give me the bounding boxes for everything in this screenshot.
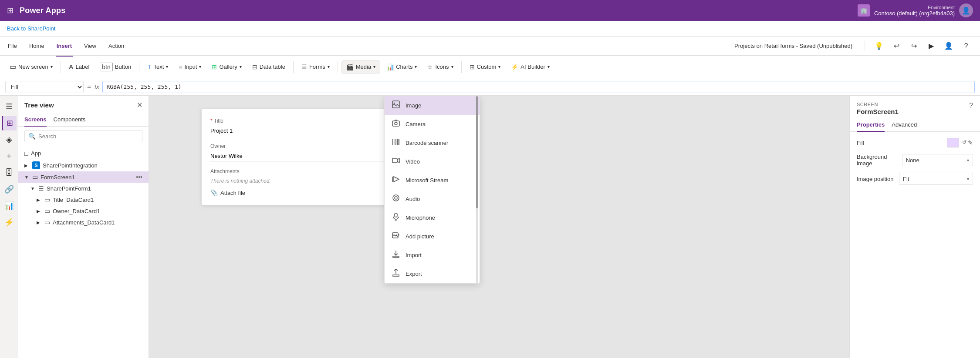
tb-new-screen[interactable]: ▭ New screen ▾ <box>5 60 57 74</box>
tree-item-app[interactable]: □ App <box>18 147 149 159</box>
rp-help-icon[interactable]: ? <box>969 102 973 110</box>
td-label: Title_DataCard1 <box>53 197 94 203</box>
background-image-row: Background image None ▾ <box>857 154 973 167</box>
left-icon-variables[interactable]: 📊 <box>2 198 17 213</box>
svg-point-3 <box>395 122 397 125</box>
top-bar: ⊞ Power Apps 🏢 Environment Contoso (defa… <box>0 0 980 21</box>
rp-content: Fill ✎ Background image None ▾ Image pos… <box>850 132 980 191</box>
tab-components[interactable]: Components <box>54 113 86 126</box>
audio-icon <box>392 194 400 204</box>
image-position-selector[interactable]: Fit ▾ <box>899 173 973 185</box>
coach-icon[interactable]: 💡 <box>872 39 886 53</box>
tree-tabs: Screens Components <box>18 113 149 127</box>
dd-item-microphone[interactable]: Microphone <box>385 208 480 227</box>
formscreen-more-button[interactable]: ••• <box>136 174 142 181</box>
dd-item-import[interactable]: Import <box>385 246 480 264</box>
property-selector[interactable]: Fill <box>5 81 84 93</box>
fill-color-swatch[interactable] <box>947 138 959 147</box>
dd-item-camera[interactable]: Camera <box>385 115 480 134</box>
tb-text[interactable]: T Text ▾ <box>143 60 172 73</box>
left-icon-flows[interactable]: ⚡ <box>2 215 17 230</box>
tree-panel: Tree view ✕ Screens Components 🔍 □ App ▶… <box>18 96 149 358</box>
image-position-label: Image position <box>857 176 894 182</box>
tb-icons[interactable]: ☆ Icons ▾ <box>423 61 457 73</box>
tree-item-sharepointform1[interactable]: ▼ ☰ SharePointForm1 <box>18 183 149 194</box>
grid-icon[interactable]: ⊞ <box>7 6 14 15</box>
tb-media[interactable]: 🎬 Media ▾ <box>341 60 380 74</box>
tb-ai-builder[interactable]: ⚡ AI Builder ▾ <box>507 61 554 73</box>
tb-button[interactable]: btn Button <box>95 60 135 74</box>
left-icon-plus[interactable]: + <box>2 149 17 164</box>
menu-file[interactable]: File <box>7 41 18 51</box>
search-icon: 🔍 <box>28 133 36 140</box>
tree-item-formscreen1[interactable]: ▼ ▭ FormScreen1 ••• <box>18 171 149 183</box>
menu-view[interactable]: View <box>83 41 97 51</box>
tree-close-button[interactable]: ✕ <box>137 101 142 109</box>
tb-forms[interactable]: ☰ Forms ▾ <box>297 61 334 73</box>
tb-charts[interactable]: 📊 Charts ▾ <box>382 61 421 73</box>
search-input[interactable] <box>38 133 139 140</box>
tree-item-title-datacard[interactable]: ▶ ▭ Title_DataCard1 <box>18 194 149 205</box>
formula-input[interactable] <box>102 81 975 93</box>
text-caret: ▾ <box>166 64 168 69</box>
fill-edit-icon[interactable]: ✎ <box>968 139 973 146</box>
svg-rect-7 <box>396 139 396 145</box>
svg-rect-4 <box>392 139 393 145</box>
dd-item-barcode[interactable]: Barcode scanner <box>385 134 480 152</box>
tree-item-sharepoint-integration[interactable]: ▶ S SharePointIntegration <box>18 159 149 171</box>
background-image-selector[interactable]: None ▾ <box>902 154 973 166</box>
breadcrumb-link[interactable]: Back to SharePoint <box>7 25 55 32</box>
dd-item-ms-stream[interactable]: Microsoft Stream <box>385 171 480 190</box>
menu-action[interactable]: Action <box>108 41 125 51</box>
left-icon-layers[interactable]: ☰ <box>2 99 17 114</box>
redo-icon[interactable]: ↪ <box>907 39 921 53</box>
tree-item-owner-datacard[interactable]: ▶ ▭ Owner_DataCard1 <box>18 205 149 217</box>
tb-input[interactable]: ≡ Input ▾ <box>174 61 206 73</box>
image-icon <box>392 100 400 110</box>
help-icon[interactable]: ? <box>959 39 973 53</box>
dd-item-image[interactable]: Image <box>385 96 480 115</box>
ad-label: Attachments_DataCard1 <box>53 219 115 226</box>
tb-label[interactable]: A Label <box>64 60 94 73</box>
custom-caret: ▾ <box>498 64 500 69</box>
tb-gallery-icon: ⊞ <box>212 64 217 70</box>
undo-icon[interactable]: ↩ <box>889 39 903 53</box>
svg-marker-12 <box>394 177 399 182</box>
media-dropdown[interactable]: Image Camera <box>384 96 480 284</box>
icons-caret: ▾ <box>451 64 453 69</box>
svg-rect-8 <box>397 139 398 145</box>
left-icon-components[interactable]: ◈ <box>2 132 17 147</box>
dd-item-add-picture[interactable]: Add picture <box>385 227 480 246</box>
tb-datatable[interactable]: ⊟ Data table <box>248 61 290 73</box>
left-icon-tree[interactable]: ⊞ <box>2 116 17 130</box>
tb-custom[interactable]: ⊞ Custom ▾ <box>465 61 505 73</box>
user-icon[interactable]: 👤 <box>942 39 956 53</box>
fs-label: FormScreen1 <box>41 174 75 181</box>
scrollbar-track <box>476 96 478 283</box>
tb-ai-builder-label: AI Builder <box>520 64 545 70</box>
user-avatar[interactable]: 👤 <box>959 3 973 17</box>
left-icon-data[interactable]: 🗄 <box>2 165 17 180</box>
tb-new-screen-label: New screen <box>18 64 48 70</box>
tree-item-attachments-datacard[interactable]: ▶ ▭ Attachments_DataCard1 <box>18 217 149 228</box>
app-title: Power Apps <box>20 6 858 15</box>
dd-item-video[interactable]: Video <box>385 152 480 171</box>
tb-gallery[interactable]: ⊞ Gallery ▾ <box>207 61 246 73</box>
tb-text-label: Text <box>154 64 164 70</box>
rp-tabs: Properties Advanced <box>850 118 980 132</box>
tb-sep-4 <box>338 61 338 73</box>
microphone-icon <box>392 213 400 223</box>
env-icon: 🏢 <box>858 4 870 17</box>
dd-item-audio[interactable]: Audio <box>385 190 480 208</box>
forms-caret: ▾ <box>328 64 330 69</box>
menu-home[interactable]: Home <box>28 41 45 51</box>
dd-item-export[interactable]: Export <box>385 264 480 283</box>
menu-insert[interactable]: Insert <box>56 41 73 51</box>
rp-tab-properties[interactable]: Properties <box>857 118 885 131</box>
media-caret: ▾ <box>373 64 375 69</box>
left-icon-connections[interactable]: 🔗 <box>2 182 17 197</box>
tb-sep-1 <box>61 61 61 73</box>
tab-screens[interactable]: Screens <box>24 113 47 126</box>
rp-tab-advanced[interactable]: Advanced <box>892 118 917 131</box>
preview-icon[interactable]: ▶ <box>924 39 938 53</box>
